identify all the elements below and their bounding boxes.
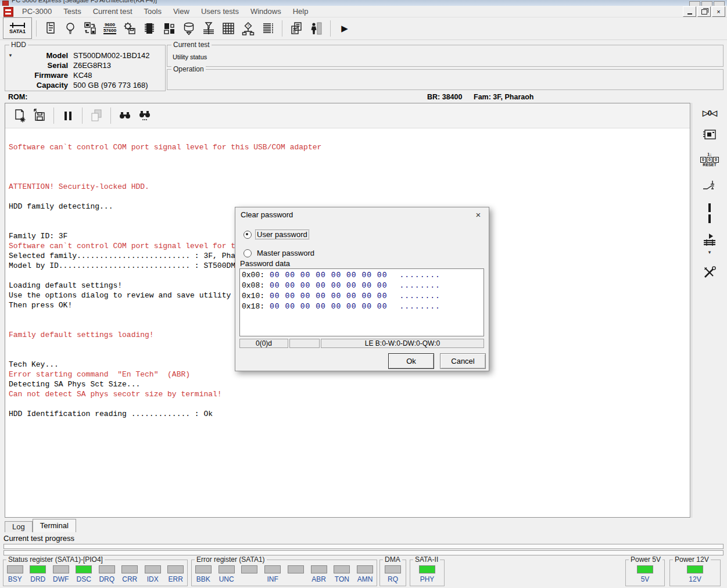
master-password-radio[interactable]: Master password (243, 249, 316, 257)
led-cell: 5V (637, 565, 653, 583)
clear-page-icon[interactable] (10, 106, 30, 125)
terminal-line (9, 172, 687, 182)
database-icon[interactable] (179, 19, 199, 38)
mdi-restore-button[interactable] (697, 6, 711, 17)
grid-table-icon[interactable] (219, 19, 238, 38)
current-test-title: Current test (171, 41, 212, 49)
funnel-icon[interactable] (199, 19, 219, 38)
panel-sata2: SATA-IIPHY (410, 560, 445, 586)
led-cell: BSY (7, 565, 23, 583)
menu-windows[interactable]: Windows (245, 6, 287, 17)
led-label: IDX (147, 576, 159, 583)
chip-card-icon[interactable] (701, 127, 718, 142)
ok-button[interactable]: Ok (388, 353, 434, 369)
port-swap-icon[interactable] (80, 19, 100, 38)
dialog-close-button[interactable]: × (468, 207, 489, 222)
reset-digits: 000 (700, 157, 719, 163)
terminal-line: Detecting SA Phys Sct Size... (9, 379, 687, 389)
led-inf-indicator (264, 565, 281, 573)
tools-icon[interactable] (702, 265, 717, 280)
terminal-toolbar (5, 103, 690, 128)
menu-current-test[interactable]: Current test (87, 6, 138, 17)
led-cell: INF (264, 565, 281, 583)
led-dwf-indicator (53, 565, 69, 573)
lamp-icon[interactable] (60, 19, 80, 38)
led-blank-indicator (288, 565, 304, 573)
baud-rate-icon[interactable]: 960057600 (100, 19, 120, 38)
operation-groupbox: Operation (167, 69, 724, 90)
svg-text:?: ? (247, 24, 249, 28)
hdd-model-value: ST500DM002-1BD142 (73, 51, 150, 60)
menu-help[interactable]: Help (287, 6, 314, 17)
pause-icon[interactable] (708, 203, 711, 223)
sata-port-button[interactable]: SATA1 (3, 17, 32, 39)
password-hex-editor[interactable]: 0x00:00 00 00 00 00 00 00 00........0x08… (239, 268, 484, 336)
user-password-radio[interactable]: User password (243, 230, 309, 239)
script-info-icon[interactable] (41, 19, 60, 38)
panel-title: Status register (SATA1)-[PIO4] (6, 555, 105, 564)
radio-unselected-icon[interactable] (243, 249, 252, 257)
pause-icon[interactable] (58, 106, 78, 125)
led-cell: AMN (357, 565, 373, 583)
progress-bar-2 (3, 550, 724, 555)
menu-view[interactable]: View (167, 6, 195, 17)
terminal-line: ATTENTION! Security-locked HDD. (9, 182, 687, 192)
reset-counter-icon[interactable]: 1↓ 000 RESET (700, 152, 719, 167)
mdi-close-button[interactable]: × (712, 6, 725, 17)
right-toolbar: ▷0◁ 1↓ 000 RESET ▾ (692, 103, 727, 518)
clear-password-dialog: Clear password × User password Master pa… (235, 207, 489, 371)
copy-docs-icon[interactable] (286, 19, 306, 38)
utility-gear-disk-icon[interactable] (120, 19, 139, 38)
hdd-serial-value: Z6EG8R13 (73, 60, 111, 70)
led-label: ABR (311, 576, 326, 583)
led-label: UNC (219, 576, 234, 583)
radio-selected-icon[interactable] (243, 231, 252, 239)
sata-connector-icon (10, 23, 25, 28)
play-icon[interactable]: ▶ (335, 19, 354, 38)
restore-icon (701, 9, 707, 15)
panel-title: Power 12V (673, 555, 711, 564)
terminal-line (9, 132, 687, 142)
led-label: AMN (357, 576, 373, 583)
tab-terminal[interactable]: Terminal (33, 519, 76, 532)
led-bbk-indicator (195, 565, 212, 573)
menu-users-tests[interactable]: Users tests (195, 6, 245, 17)
led-err-indicator (167, 565, 184, 573)
start-loop-icon[interactable]: ▾ (702, 233, 717, 255)
pc3000-logo-icon (3, 7, 13, 17)
led-cell: DSC (76, 565, 92, 583)
menu-tests[interactable]: Tests (58, 6, 87, 17)
find-icon[interactable] (115, 106, 135, 125)
hex-row[interactable]: 0x00:00 00 00 00 00 00 00 00........ (242, 270, 482, 281)
drive-id-icon[interactable]: ▷0◁ (703, 109, 717, 117)
list-icon[interactable] (258, 19, 278, 38)
chevron-down-icon[interactable]: ▾ (708, 249, 711, 255)
utility-status-text: Utility status (173, 53, 207, 60)
hex-row[interactable]: 0x18:00 00 00 00 00 00 00 00........ (242, 302, 482, 312)
led-label: TON (335, 576, 349, 583)
find-next-icon[interactable] (135, 106, 155, 125)
hdd-row-capacity: Capacity 500 GB (976 773 168) (5, 80, 165, 90)
menu-tools[interactable]: Tools (138, 6, 167, 17)
led-blank-indicator (241, 565, 257, 573)
mdi-minimize-button[interactable] (683, 6, 696, 17)
flowchart-icon[interactable]: ? (238, 19, 258, 38)
blocks-icon[interactable] (159, 19, 179, 38)
hdd-firmware-value: KC48 (73, 70, 92, 80)
chip-icon[interactable] (139, 19, 159, 38)
hex-row[interactable]: 0x10:00 00 00 00 00 00 00 00........ (242, 291, 482, 302)
relay-icon[interactable] (701, 177, 718, 193)
hex-row[interactable]: 0x08:00 00 00 00 00 00 00 00........ (242, 281, 482, 291)
led-bsy-indicator (7, 565, 23, 573)
tab-log[interactable]: Log (5, 521, 33, 532)
cancel-button[interactable]: Cancel (440, 353, 486, 369)
dialog-titlebar[interactable]: Clear password × (235, 207, 489, 222)
save-log-icon[interactable] (30, 106, 49, 125)
led-unc-indicator (219, 565, 235, 573)
exit-person-icon[interactable] (306, 19, 326, 38)
toolbar-separator (282, 20, 282, 37)
hdd-dropdown-arrow-icon[interactable]: ▼ (8, 53, 13, 58)
menu-pc-3000[interactable]: PC-3000 (16, 6, 58, 17)
panel-title: Error register (SATA1) (195, 555, 267, 564)
led-cell: RQ (385, 565, 401, 583)
